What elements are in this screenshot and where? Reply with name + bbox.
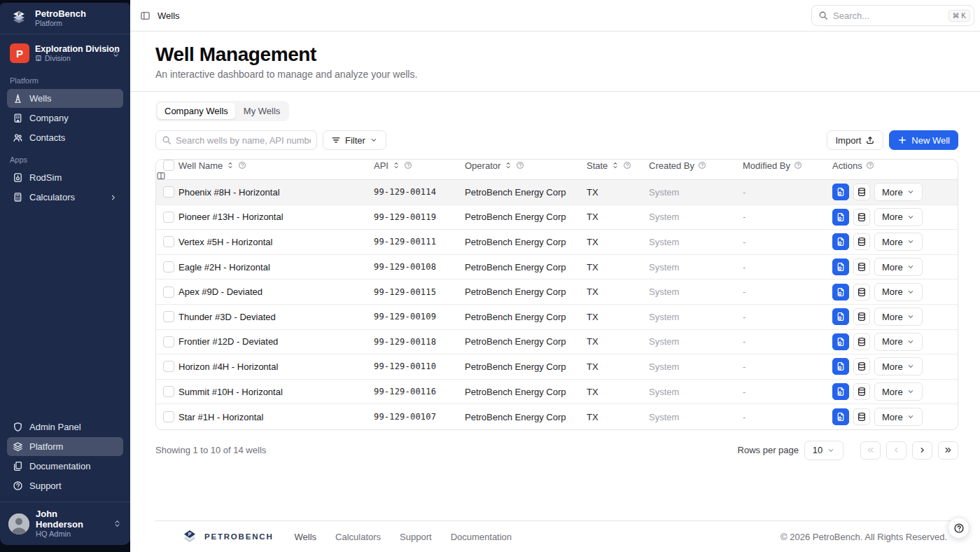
- more-button[interactable]: More: [874, 258, 923, 276]
- row-checkbox[interactable]: [163, 261, 174, 272]
- first-page-button[interactable]: [860, 441, 881, 460]
- last-page-button[interactable]: [938, 441, 958, 460]
- global-search-input[interactable]: [833, 11, 944, 21]
- more-button[interactable]: More: [874, 233, 923, 251]
- sidebar-item-calculators[interactable]: Calculators: [7, 188, 123, 207]
- sidebar-item-contacts[interactable]: Contacts: [7, 128, 123, 147]
- help-circle-icon[interactable]: [794, 161, 802, 170]
- database-button[interactable]: [853, 408, 870, 425]
- help-circle-icon[interactable]: [404, 161, 412, 170]
- sort-icon[interactable]: [611, 161, 620, 170]
- well-search[interactable]: [155, 130, 317, 150]
- row-checkbox[interactable]: [163, 386, 174, 397]
- help-circle-icon[interactable]: [238, 161, 246, 170]
- next-page-button[interactable]: [912, 441, 932, 460]
- more-button[interactable]: More: [874, 183, 923, 201]
- chevron-down-icon: [906, 413, 915, 421]
- more-button[interactable]: More: [874, 308, 923, 326]
- database-button[interactable]: [853, 209, 870, 226]
- more-button[interactable]: More: [874, 408, 923, 426]
- simulate-button[interactable]: [832, 209, 849, 226]
- simulate-button[interactable]: [832, 233, 849, 250]
- database-button[interactable]: [853, 184, 870, 200]
- row-checkbox[interactable]: [163, 236, 174, 247]
- help-circle-icon[interactable]: [516, 161, 524, 170]
- database-button[interactable]: [853, 308, 870, 325]
- row-checkbox[interactable]: [163, 287, 174, 298]
- help-circle-icon[interactable]: [623, 161, 631, 170]
- footer-link-wells[interactable]: Wells: [295, 532, 317, 542]
- sidebar-item-platform[interactable]: Platform: [7, 437, 123, 456]
- org-switcher[interactable]: P Exploration Division Division: [6, 40, 125, 67]
- database-button[interactable]: [853, 284, 870, 301]
- row-checkbox[interactable]: [163, 336, 174, 347]
- more-button[interactable]: More: [874, 283, 923, 301]
- help-circle-icon[interactable]: [698, 161, 706, 170]
- footer-link-documentation[interactable]: Documentation: [451, 532, 512, 542]
- row-checkbox[interactable]: [163, 411, 174, 422]
- database-button[interactable]: [853, 258, 870, 275]
- user-menu[interactable]: John Henderson HQ Admin: [0, 502, 130, 545]
- created-by-cell: System: [649, 237, 743, 247]
- simulate-button[interactable]: [832, 358, 849, 375]
- column-header-state[interactable]: State: [587, 160, 649, 171]
- sort-icon[interactable]: [504, 161, 512, 170]
- more-button[interactable]: More: [874, 382, 923, 401]
- help-button[interactable]: [948, 517, 969, 539]
- sidebar-item-support[interactable]: Support: [7, 476, 123, 495]
- simulate-button[interactable]: [832, 408, 849, 425]
- sidebar-item-label: Calculators: [29, 192, 75, 202]
- database-button[interactable]: [853, 358, 870, 375]
- select-all-checkbox[interactable]: [163, 160, 174, 171]
- actions-cell: More: [832, 333, 939, 351]
- rows-per-page-select[interactable]: 10: [804, 441, 844, 460]
- database-button[interactable]: [853, 233, 870, 250]
- column-label: Modified By: [743, 160, 790, 171]
- column-header-created-by[interactable]: Created By: [649, 160, 743, 171]
- filter-button[interactable]: Filter: [323, 130, 386, 150]
- sidebar-toggle-icon[interactable]: [140, 11, 150, 21]
- keyboard-shortcut-badge: ⌘ K: [948, 10, 970, 22]
- previous-page-button[interactable]: [886, 441, 906, 460]
- database-button[interactable]: [853, 383, 870, 400]
- more-button[interactable]: More: [874, 357, 923, 375]
- column-header-actions[interactable]: Actions: [832, 160, 939, 171]
- modified-by-cell: -: [743, 237, 832, 247]
- simulate-button[interactable]: [832, 284, 849, 301]
- database-button[interactable]: [853, 333, 870, 350]
- column-settings-button[interactable]: [156, 171, 178, 181]
- sidebar-item-company[interactable]: Company: [7, 109, 123, 127]
- sidebar-item-rodsim[interactable]: RodSim: [7, 168, 123, 187]
- column-header-modified-by[interactable]: Modified By: [743, 160, 832, 171]
- simulate-button[interactable]: [832, 258, 849, 275]
- row-checkbox[interactable]: [163, 212, 174, 223]
- import-button[interactable]: Import: [827, 130, 883, 150]
- new-well-button[interactable]: New Well: [889, 130, 958, 150]
- row-checkbox[interactable]: [163, 311, 174, 322]
- footer-link-support[interactable]: Support: [400, 532, 432, 542]
- filter-icon: [331, 135, 341, 145]
- help-circle-icon[interactable]: [866, 161, 874, 170]
- row-checkbox[interactable]: [163, 361, 174, 372]
- simulate-button[interactable]: [832, 184, 849, 200]
- row-checkbox[interactable]: [163, 186, 174, 198]
- tab-company-wells[interactable]: Company Wells: [158, 103, 235, 119]
- simulate-button[interactable]: [832, 333, 849, 350]
- simulate-button[interactable]: [832, 383, 849, 400]
- more-button[interactable]: More: [874, 208, 923, 226]
- well-search-input[interactable]: [176, 135, 311, 146]
- global-search[interactable]: ⌘ K: [811, 5, 974, 26]
- column-header-api[interactable]: API: [374, 160, 465, 171]
- column-header-well-name[interactable]: Well Name: [178, 160, 374, 171]
- tab-my-wells[interactable]: My Wells: [237, 103, 287, 119]
- simulate-button[interactable]: [832, 308, 849, 325]
- sidebar-item-documentation[interactable]: Documentation: [7, 457, 123, 476]
- sort-icon[interactable]: [392, 161, 400, 170]
- footer-link-calculators[interactable]: Calculators: [335, 532, 381, 542]
- sidebar-item-admin-panel[interactable]: Admin Panel: [7, 418, 123, 436]
- well-name-cell: Pioneer #13H - Horizontal: [178, 212, 374, 222]
- column-header-operator[interactable]: Operator: [465, 160, 587, 171]
- sort-icon[interactable]: [226, 161, 234, 170]
- more-button[interactable]: More: [874, 333, 923, 351]
- sidebar-item-wells[interactable]: Wells: [7, 89, 123, 108]
